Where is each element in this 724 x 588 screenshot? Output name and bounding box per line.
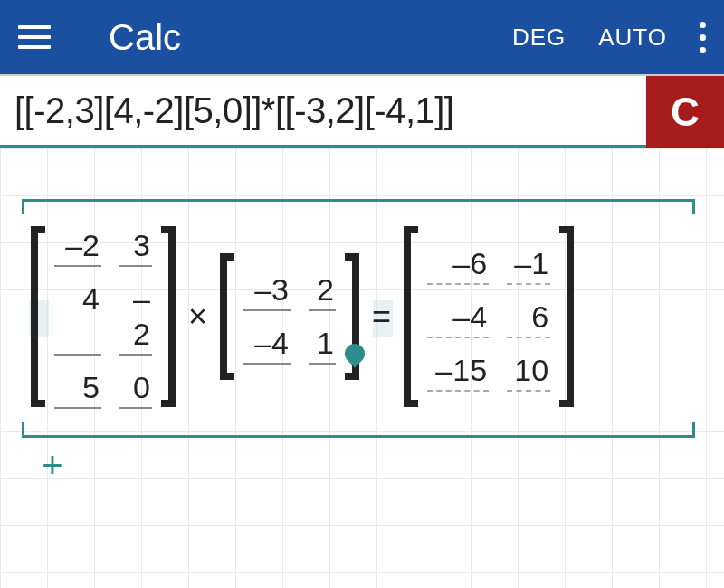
- result-canvas[interactable]: –2 3 4 –2 5 0 × –3 2: [0, 148, 724, 588]
- precision-mode-button[interactable]: AUTO: [598, 24, 667, 52]
- matrix-cell[interactable]: 5: [54, 366, 101, 409]
- bracket-left-icon: [404, 226, 418, 407]
- add-expression-button[interactable]: +: [31, 443, 74, 487]
- matrix-cell[interactable]: 2: [309, 269, 336, 311]
- app-title: Calc: [109, 17, 496, 58]
- equals-operator: =: [372, 298, 391, 336]
- overflow-menu-icon[interactable]: [700, 22, 706, 53]
- bracket-right-icon: [161, 226, 176, 407]
- bracket-right-icon: [559, 226, 574, 407]
- bracket-left-icon: [31, 226, 45, 407]
- angle-mode-button[interactable]: DEG: [512, 24, 566, 52]
- clear-button[interactable]: C: [646, 76, 724, 148]
- matrix-cell[interactable]: –3: [243, 269, 291, 311]
- matrix-cell: –4: [427, 296, 489, 338]
- matrix-cell: 10: [507, 349, 550, 392]
- matrix-cell[interactable]: –4: [243, 322, 291, 365]
- matrix-b[interactable]: –3 2 –4 1: [220, 253, 359, 380]
- equation-display[interactable]: –2 3 4 –2 5 0 × –3 2: [31, 215, 574, 418]
- matrix-cell[interactable]: –2: [54, 224, 101, 267]
- matrix-cell[interactable]: –2: [119, 278, 152, 356]
- matrix-cell[interactable]: 0: [119, 366, 152, 409]
- matrix-cell: –1: [507, 242, 550, 285]
- matrix-cell[interactable]: 4: [54, 278, 101, 356]
- matrix-result[interactable]: –6 –1 –4 6 –15 10: [404, 226, 574, 407]
- matrix-cell: –15: [427, 349, 489, 392]
- matrix-cell[interactable]: 1: [309, 322, 336, 365]
- multiply-operator: ×: [188, 298, 207, 336]
- matrix-cell: –6: [427, 242, 489, 285]
- matrix-cell[interactable]: 3: [119, 224, 152, 267]
- input-row: [[-2,3][4,-2][5,0]]*[[-3,2][-4,1]] C: [0, 74, 724, 148]
- bracket-left-icon: [220, 253, 234, 380]
- menu-icon[interactable]: [18, 19, 54, 55]
- app-header: Calc DEG AUTO: [0, 0, 724, 74]
- matrix-a[interactable]: –2 3 4 –2 5 0: [31, 215, 176, 418]
- expression-input[interactable]: [[-2,3][4,-2][5,0]]*[[-3,2][-4,1]]: [0, 76, 646, 148]
- matrix-cell: 6: [507, 296, 550, 338]
